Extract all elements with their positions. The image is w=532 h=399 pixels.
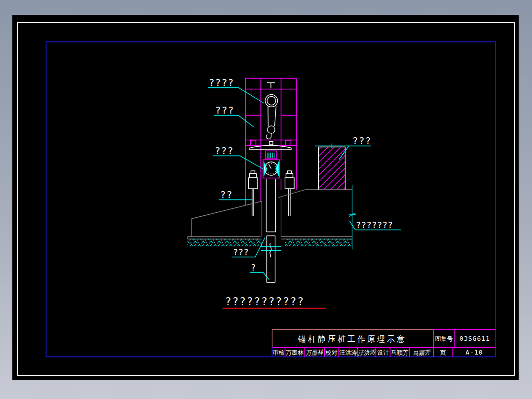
designer-name: 马颖芳 [391, 349, 409, 356]
sheet [12, 15, 519, 380]
label-depth-text: ??????? [356, 220, 393, 230]
soil-hatch-right [285, 239, 352, 246]
checker-role: 校对 [325, 349, 338, 356]
page-label: 页 [440, 349, 446, 356]
drawing-title: 锚杆静压桩工作原理示意 [298, 335, 407, 343]
atlas-no-value: 03SG611 [459, 335, 490, 342]
checker-name: 汪洪涛 [340, 349, 357, 356]
checker-signature: 汪洪涛 [357, 349, 377, 357]
reviewer-signature: 万墨林 [305, 349, 325, 357]
page-no-value: A-10 [465, 349, 483, 356]
figure-caption-text: ??????????? [225, 296, 304, 308]
label-wall-top-text: ??? [352, 135, 372, 146]
label-mast-text: ??? [215, 105, 234, 116]
atlas-no-label: 图集号 [435, 335, 453, 342]
label-anchor-text: ?? [220, 189, 233, 200]
cad-viewer-background: ???? ??? ??? ?? ??? ??????? ??? ? [0, 0, 532, 399]
label-pile-joint-text: ??? [233, 247, 249, 257]
reviewer-name: 万墨林 [286, 349, 304, 356]
label-press-gauge-text: ??? [215, 145, 234, 156]
wall-section [319, 147, 345, 190]
drawing-canvas[interactable]: ???? ??? ??? ?? ??? ??????? ??? ? [0, 0, 532, 399]
soil-hatch-left [188, 239, 262, 246]
label-pile-tip-text: ? [251, 263, 256, 273]
label-hoist-text: ???? [209, 77, 234, 88]
reviewer-role: 审核 [273, 349, 285, 356]
sheet-black-area [12, 15, 519, 380]
designer-role: 设计 [377, 349, 389, 356]
